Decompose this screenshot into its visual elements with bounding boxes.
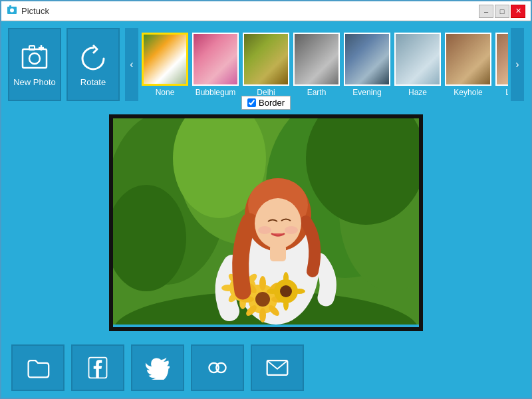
svg-rect-3 [23,49,47,68]
svg-point-42 [267,289,279,294]
filter-haze[interactable]: Haze [394,33,442,97]
rotate-label: Rotate [80,77,106,87]
facebook-button[interactable] [71,344,124,391]
filter-earth-thumb [293,33,340,86]
filter-evening-label: Evening [352,88,381,97]
filter-lumina[interactable]: Lumina [495,33,508,97]
svg-point-31 [259,308,266,323]
svg-point-40 [283,272,289,284]
filter-none[interactable]: None [141,33,189,97]
twitter-icon [146,356,170,380]
filter-next-button[interactable]: › [511,28,524,101]
filter-haze-thumb [394,33,441,86]
app-window: Pictuck – □ ✕ New Photo Rotate [0,0,532,399]
new-photo-label: New Photo [13,77,56,87]
flickr-button[interactable] [191,344,244,391]
svg-point-29 [255,292,270,307]
flickr-icon [205,356,229,380]
minimize-button[interactable]: – [479,5,493,18]
svg-rect-5 [29,46,35,50]
filter-keyhole-thumb [445,33,491,86]
svg-point-39 [280,285,292,297]
titlebar: Pictuck – □ ✕ [1,1,531,21]
new-photo-icon [20,43,49,72]
main-toolbar: New Photo Rotate ‹ None [1,21,531,108]
email-icon [265,356,289,380]
filter-prev-button[interactable]: ‹ [125,28,138,101]
filter-evening[interactable]: Evening [343,33,391,97]
svg-point-52 [216,363,225,372]
close-button[interactable]: ✕ [511,5,525,18]
filter-bubblegum-thumb [192,33,239,86]
border-checkbox-container[interactable]: Border [241,96,291,110]
svg-point-4 [29,53,40,64]
svg-point-48 [285,226,298,234]
filter-evening-thumb [344,33,390,86]
filter-delhi[interactable]: Delhi [242,33,290,97]
email-button[interactable] [251,344,304,391]
folder-icon [26,356,50,380]
svg-point-46 [255,198,301,249]
svg-point-22 [221,285,235,291]
filter-none-thumb [142,33,188,86]
svg-point-47 [258,226,271,234]
filter-earth-label: Earth [307,88,327,97]
filter-bubblegum[interactable]: Bubblegum [192,33,239,97]
filter-lumina-label: Lumina [505,88,508,97]
bottom-toolbar [1,338,531,398]
filter-lumina-thumb [495,33,508,86]
filter-delhi-thumb [243,33,289,86]
new-photo-button[interactable]: New Photo [8,28,61,101]
canvas-area: Border [1,108,531,338]
svg-point-43 [293,289,305,294]
rotate-button[interactable]: Rotate [66,28,120,101]
svg-point-41 [283,299,289,311]
photo-frame [109,114,423,331]
app-icon [7,5,17,17]
maximize-button[interactable]: □ [495,5,509,18]
twitter-button[interactable] [131,344,184,391]
border-label: Border [259,98,285,108]
filter-earth[interactable]: Earth [293,33,340,97]
filter-bubblegum-label: Bubblegum [196,88,236,97]
filter-strip: ‹ None Bubblegu [125,28,524,101]
rotate-icon [78,43,108,72]
filter-list: None Bubblegum Delhi [141,33,508,97]
filter-haze-label: Haze [408,88,427,97]
folder-button[interactable] [11,344,65,391]
filter-keyhole[interactable]: Keyhole [444,33,492,97]
app-title: Pictuck [21,6,475,16]
window-controls: – □ ✕ [479,5,525,18]
border-checkbox[interactable] [247,98,256,107]
main-photo [113,118,419,325]
facebook-icon [86,356,110,380]
svg-point-30 [259,276,266,291]
svg-rect-2 [9,5,11,7]
filter-none-label: None [156,88,175,97]
svg-point-1 [10,9,14,13]
filter-keyhole-label: Keyhole [454,88,482,97]
svg-rect-49 [270,245,286,261]
